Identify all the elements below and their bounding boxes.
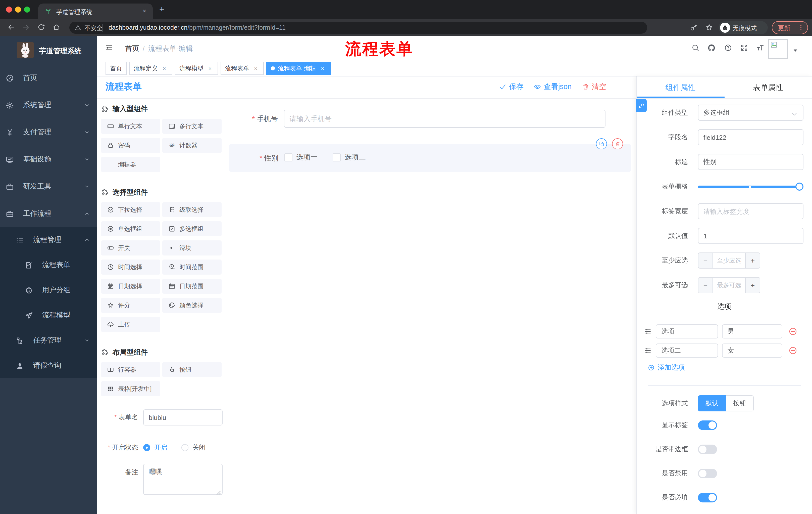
update-chip[interactable]: 更新 [772, 21, 808, 34]
label-width-input[interactable] [698, 203, 804, 219]
component-item-计数器[interactable]: 计数器 [162, 138, 222, 153]
sidebar-item-用户分组[interactable]: 用户分组 [0, 278, 97, 303]
component-item-上传[interactable]: 上传 [101, 317, 160, 332]
user-avatar-broken-image[interactable] [768, 39, 788, 59]
copy-component-button[interactable] [596, 138, 607, 150]
slider-handle[interactable] [795, 183, 804, 191]
checkbox-option-选项一[interactable]: 选项一 [284, 153, 318, 162]
hamburger-icon[interactable] [105, 44, 113, 52]
checkbox-option-选项二[interactable]: 选项二 [332, 153, 366, 162]
default-value-input[interactable] [698, 228, 804, 244]
form-remark-textarea[interactable] [143, 464, 223, 495]
option-label-input[interactable] [656, 344, 718, 358]
reload-icon[interactable] [37, 23, 45, 31]
delete-component-button[interactable] [612, 138, 623, 150]
avatar-caret-icon[interactable] [791, 46, 800, 54]
toggle-switch-是否带边框[interactable] [698, 444, 717, 454]
phone-field-input[interactable] [284, 110, 606, 128]
font-size-icon[interactable] [756, 44, 764, 52]
home-icon[interactable] [52, 23, 60, 31]
tag-流程表单[interactable]: 流程表单× [221, 62, 264, 75]
address-bar[interactable]: 不安全 dashboard.yudao.iocoder.cn/bpm/manag… [69, 22, 647, 34]
component-item-密码[interactable]: 密码 [101, 138, 160, 153]
max-select-placeholder[interactable]: 最多可选 [713, 278, 745, 293]
help-icon[interactable] [724, 44, 732, 52]
tab-close-icon[interactable]: × [140, 7, 149, 16]
style-button-button[interactable]: 按钮 [726, 395, 754, 411]
sidebar-item-请假查询[interactable]: 请假查询 [0, 353, 97, 378]
component-item-日期范围[interactable]: 日期范围 [162, 279, 222, 294]
component-item-颜色选择[interactable]: 颜色选择 [162, 298, 222, 313]
tag-close-icon[interactable]: × [206, 65, 213, 72]
github-icon[interactable] [707, 44, 716, 52]
option-value-input[interactable] [722, 324, 782, 339]
tag-close-icon[interactable]: × [252, 65, 259, 72]
min-select-placeholder[interactable]: 至少应选 [713, 253, 745, 268]
form-canvas[interactable]: 手机号 性别 选项一选项二 [229, 99, 636, 514]
new-tab-button[interactable]: + [159, 4, 164, 15]
toggle-switch-是否禁用[interactable] [698, 468, 717, 478]
password-key-icon[interactable] [689, 23, 698, 32]
checkbox-icon[interactable] [284, 153, 292, 161]
bookmark-star-icon[interactable] [705, 23, 714, 32]
stepper-plus-button[interactable]: + [745, 278, 760, 293]
component-type-select[interactable] [698, 105, 804, 121]
stepper-minus-button[interactable]: − [698, 253, 713, 268]
tag-首页[interactable]: 首页 [106, 62, 127, 75]
sidebar-item-研发工具[interactable]: 研发工具 [0, 173, 97, 200]
sidebar-item-工作流程[interactable]: 工作流程 [0, 200, 97, 227]
phone-field-row[interactable]: 手机号 [229, 110, 636, 128]
save-button[interactable]: 保存 [499, 82, 524, 91]
resize-grip-icon[interactable] [213, 488, 222, 496]
sidebar-item-流程表单[interactable]: 流程表单 [0, 252, 97, 278]
option-value-input[interactable] [722, 344, 782, 358]
option-label-input[interactable] [656, 324, 718, 339]
checkbox-icon[interactable] [332, 153, 341, 161]
component-item-表格[开发中][interactable]: 表格[开发中] [101, 381, 160, 396]
toggle-switch-是否必填[interactable] [698, 493, 717, 502]
traffic-light-close[interactable] [6, 6, 12, 12]
selected-component-gender[interactable]: 性别 选项一选项二 [229, 144, 631, 172]
sidebar-item-流程管理[interactable]: 流程管理 [0, 227, 97, 252]
remove-option-icon[interactable] [788, 327, 798, 336]
breadcrumb-home[interactable]: 首页 [125, 44, 139, 52]
back-icon[interactable] [7, 23, 15, 31]
form-name-input[interactable] [143, 409, 223, 426]
menu-dots-icon[interactable] [798, 24, 805, 31]
browser-tab[interactable]: 芋道管理系统 × [38, 3, 153, 19]
clear-button[interactable]: 清空 [582, 82, 606, 91]
title-input[interactable] [698, 154, 804, 170]
component-item-编辑器[interactable]: 编辑器 [101, 157, 160, 172]
component-item-下拉选择[interactable]: 下拉选择 [101, 202, 160, 217]
tag-流程模型[interactable]: 流程模型× [175, 62, 218, 75]
component-item-评分[interactable]: 评分 [101, 298, 160, 313]
component-item-多选框组[interactable]: 多选框组 [162, 221, 222, 236]
tag-close-icon[interactable]: × [319, 65, 326, 72]
component-item-时间范围[interactable]: 时间范围 [162, 260, 222, 275]
sidebar-item-任务管理[interactable]: 任务管理 [0, 328, 97, 353]
tag-流程表单-编辑[interactable]: 流程表单-编辑× [266, 62, 330, 75]
component-item-行容器[interactable]: 行容器 [101, 362, 160, 377]
stepper-minus-button[interactable]: − [698, 278, 713, 293]
stepper-plus-button[interactable]: + [745, 253, 760, 268]
view-json-button[interactable]: 查看json [533, 82, 572, 91]
add-option-button[interactable]: 添加选项 [648, 362, 812, 373]
component-item-单选框组[interactable]: 单选框组 [101, 221, 160, 236]
fullscreen-icon[interactable] [740, 44, 748, 52]
component-item-滑块[interactable]: 滑块 [162, 240, 222, 255]
forward-icon[interactable] [22, 23, 30, 31]
component-item-按钮[interactable]: 按钮 [162, 362, 222, 377]
sidebar-item-首页[interactable]: 首页 [0, 64, 97, 91]
tag-流程定义[interactable]: 流程定义× [129, 62, 172, 75]
url-text[interactable]: dashboard.yudao.iocoder.cn/bpm/manager/f… [109, 24, 286, 31]
component-item-多行文本[interactable]: 多行文本 [162, 119, 222, 134]
sidebar-brand[interactable]: 芋道管理系统 [0, 36, 97, 64]
toggle-switch-显示标签[interactable] [698, 420, 717, 430]
status-radio-on[interactable]: 开启 [143, 443, 167, 452]
tab-component-props[interactable]: 组件属性 [637, 77, 724, 98]
component-item-单行文本[interactable]: 单行文本 [101, 119, 160, 134]
update-label[interactable]: 更新 [778, 24, 790, 33]
sidebar-item-基础设施[interactable]: 基础设施 [0, 146, 97, 173]
style-default-button[interactable]: 默认 [698, 395, 726, 411]
component-item-日期选择[interactable]: 日期选择 [101, 279, 160, 294]
